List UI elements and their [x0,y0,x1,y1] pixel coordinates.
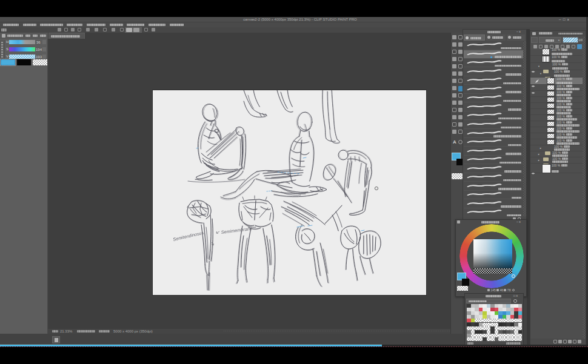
svg-text:Semimembrane: Semimembrane [221,226,252,235]
svg-text:Semitendinosus: Semitendinosus [172,230,204,242]
